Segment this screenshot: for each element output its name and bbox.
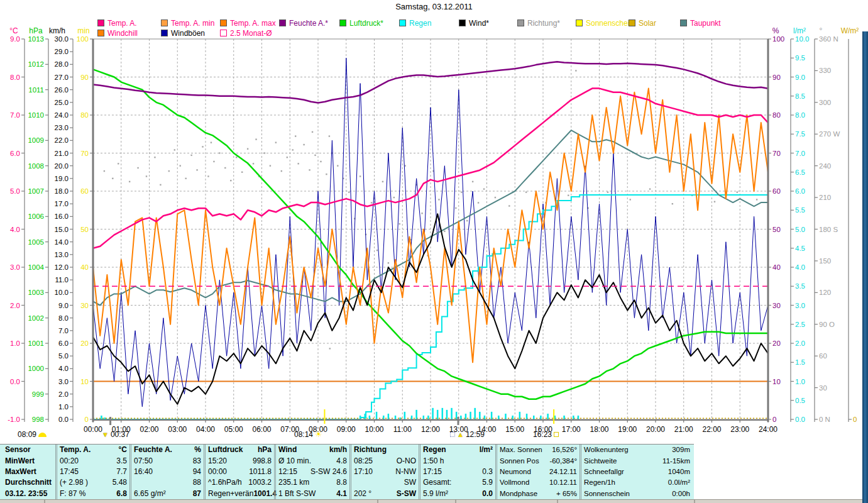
svg-text:26.0: 26.0 — [55, 86, 69, 94]
annotation-left-sun: 08:09 — [18, 430, 47, 439]
svg-text:40: 40 — [80, 263, 89, 271]
svg-text:1005: 1005 — [28, 238, 44, 246]
cell-value: 309m — [672, 446, 690, 454]
svg-text:19.0: 19.0 — [55, 175, 69, 182]
svg-text:30: 30 — [772, 302, 781, 309]
svg-text:80: 80 — [80, 111, 89, 119]
svg-text:7.0: 7.0 — [58, 327, 69, 334]
svg-text:8.5: 8.5 — [795, 92, 805, 100]
svg-text:1.0: 1.0 — [10, 340, 20, 347]
cell-value: S-SW 24.6 — [310, 468, 347, 476]
svg-text:3.5: 3.5 — [795, 282, 805, 290]
cell-value: N-NW — [395, 468, 416, 476]
moon-phase-icon — [450, 432, 455, 437]
svg-text:11:00: 11:00 — [393, 425, 412, 434]
cell-value: 4.1 — [336, 490, 347, 498]
svg-text:3.0: 3.0 — [795, 302, 805, 309]
cell-label: F: 87 % — [60, 490, 85, 498]
svg-text:100: 100 — [772, 35, 784, 43]
svg-text:999: 999 — [32, 390, 44, 398]
svg-text:0.0: 0.0 — [10, 378, 20, 385]
table-column-regen: Regenl/m²1:50 h17:150.3Gesamt:5.95.9 l/m… — [419, 445, 495, 499]
svg-text:12.0: 12.0 — [55, 263, 69, 271]
svg-text:1010: 1010 — [28, 111, 44, 119]
cell-label: 202 ° — [354, 490, 371, 498]
cell-label: 235.1 km — [278, 478, 309, 487]
svg-text:1001: 1001 — [28, 340, 44, 347]
svg-text:4.5: 4.5 — [795, 245, 805, 252]
table-column-richtung: Richtung08:25O-NO17:10N-NWSW202 °S-SW — [349, 445, 419, 499]
svg-text:06:00: 06:00 — [252, 425, 271, 434]
chart-canvas: 9.08.07.06.05.04.03.02.01.00.0-1.0°C1013… — [0, 0, 868, 443]
table-info-column-1: Max. Sonnen16,526°Sonnen Pos-60,384°Neum… — [495, 445, 580, 499]
cell-value: 1040m — [668, 468, 690, 476]
svg-text:9.0: 9.0 — [58, 302, 69, 309]
cell-label: Luftdruck — [208, 446, 243, 454]
cell-value: °C — [119, 446, 127, 454]
cell-label: 12:15 — [278, 468, 297, 476]
status-bar-divider — [44, 500, 45, 503]
svg-text:60: 60 — [819, 352, 827, 360]
svg-text:21:00: 21:00 — [674, 425, 693, 434]
cell-value: 1011.8 — [249, 468, 272, 476]
svg-text:6.0: 6.0 — [795, 187, 805, 195]
svg-text:25.0: 25.0 — [55, 99, 69, 106]
cell-label: Richtung — [354, 446, 387, 454]
svg-text:60: 60 — [772, 187, 781, 195]
svg-text:300: 300 — [819, 99, 831, 106]
svg-text:-1.0: -1.0 — [8, 416, 20, 423]
x-axis: 00:0001:0002:0003:0004:0005:0006:0007:00… — [84, 419, 777, 434]
moonset-arrow-icon: ▼ — [102, 431, 109, 438]
svg-text:30: 30 — [80, 302, 89, 309]
svg-text:1002: 1002 — [28, 314, 44, 322]
svg-text:22:00: 22:00 — [702, 425, 721, 434]
svg-text:km/h: km/h — [49, 26, 65, 35]
cell-label: Durchschnitt — [5, 478, 52, 487]
cell-value: 4.8 — [336, 457, 347, 465]
status-bar-divider — [557, 500, 558, 503]
status-bar-divider — [455, 500, 456, 503]
cell-value: O-NO — [397, 457, 416, 465]
svg-text:6.0: 6.0 — [58, 340, 69, 347]
svg-text:50: 50 — [80, 226, 89, 233]
cell-label: 1 Bft S-SW — [278, 490, 316, 498]
svg-text:6.0: 6.0 — [10, 150, 20, 157]
sunset-time: 16:23 — [533, 430, 552, 439]
svg-text:l/m²: l/m² — [793, 26, 806, 35]
svg-text:20: 20 — [772, 340, 781, 347]
svg-text:90 O: 90 O — [819, 321, 835, 328]
annotation-moonset: ▼ 00:37 — [102, 430, 129, 439]
svg-text:5.5: 5.5 — [795, 206, 805, 214]
cell-label: Gesamt: — [423, 478, 451, 487]
svg-text:°: ° — [820, 26, 823, 35]
svg-text:5.0: 5.0 — [795, 226, 805, 233]
cell-value: S-SW — [397, 490, 416, 498]
svg-text:70: 70 — [80, 150, 89, 157]
cell-value: 7.7 — [116, 468, 127, 476]
cell-value: 16,526° — [552, 446, 577, 454]
svg-text:30: 30 — [819, 384, 827, 392]
svg-text:09:00: 09:00 — [337, 425, 356, 434]
svg-text:180 S: 180 S — [819, 226, 838, 233]
svg-text:50: 50 — [772, 226, 781, 233]
cell-value: 24.12.11 — [549, 468, 577, 476]
svg-text:1004: 1004 — [28, 263, 44, 271]
cell-label: 15:20 — [208, 457, 227, 465]
cell-label: Sensor — [5, 446, 31, 454]
weather-app-window: Samstag, 03.12.2011 Temp. A.Temp. A. min… — [0, 0, 868, 503]
cell-value: 998.8 — [253, 457, 272, 465]
svg-text:4.0: 4.0 — [795, 263, 805, 271]
cell-label: ^1.6hPa/h — [208, 478, 242, 487]
svg-text:1.5: 1.5 — [795, 358, 805, 366]
cell-label: 5.9 l/m² — [423, 490, 448, 498]
svg-text:5.0: 5.0 — [10, 187, 20, 195]
cell-label: Schneefallgr — [584, 468, 624, 476]
cell-value: + 65% — [556, 490, 577, 498]
svg-text:12:00: 12:00 — [421, 425, 440, 434]
cell-value: 3.5 — [116, 457, 127, 465]
moonrise-arrow-icon: ▲ — [457, 431, 464, 438]
svg-text:23.0: 23.0 — [55, 124, 69, 131]
svg-text:100: 100 — [77, 35, 89, 43]
svg-text:15:00: 15:00 — [505, 425, 524, 434]
cell-value: 88 — [193, 478, 201, 487]
